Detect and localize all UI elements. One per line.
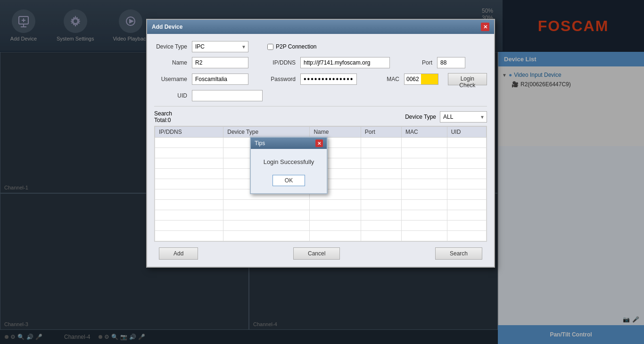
dialog-overlay: Add Device ✕ Device Type IPC NVR ▼ P2P C… (0, 0, 644, 344)
uid-input[interactable] (192, 90, 263, 101)
tips-dialog: Tips ✕ Login Successfully OK (250, 137, 328, 194)
search-header-row: Search Total:0 Device Type ALL IPC NVR ▼ (154, 110, 487, 123)
password-input[interactable] (300, 74, 357, 85)
col-device-type: Device Type (223, 127, 310, 138)
col-uid: UID (447, 127, 486, 138)
name-label: Name (154, 59, 187, 66)
tips-close-button[interactable]: ✕ (315, 139, 323, 147)
search-info: Search Total:0 (154, 110, 172, 123)
username-password-row: Username Password MAC 0062 Login Check (154, 73, 487, 85)
name-input[interactable] (192, 57, 248, 68)
device-type-filter-label: Device Type (405, 114, 436, 120)
table-row (155, 231, 487, 241)
device-type-select[interactable]: IPC NVR (192, 41, 248, 52)
username-label: Username (154, 76, 187, 82)
device-type-row: Device Type IPC NVR ▼ P2P Connection (154, 41, 487, 52)
add-button[interactable]: Add (159, 247, 198, 260)
device-type-select-wrapper: IPC NVR ▼ (192, 41, 248, 52)
uid-row: UID (154, 90, 487, 101)
tips-titlebar: Tips ✕ (251, 138, 327, 149)
cancel-button[interactable]: Cancel (293, 247, 340, 260)
tips-ok-button[interactable]: OK (272, 175, 305, 186)
p2p-checkbox[interactable] (267, 44, 273, 50)
port-input[interactable] (437, 57, 465, 68)
password-label: Password (263, 76, 296, 82)
device-type-filter-select[interactable]: ALL IPC NVR (440, 111, 487, 123)
search-button[interactable]: Search (435, 247, 482, 260)
tips-title: Tips (255, 140, 265, 147)
uid-label: UID (154, 92, 187, 99)
col-port: Port (361, 127, 401, 138)
add-device-close-button[interactable]: ✕ (481, 23, 489, 31)
login-check-button[interactable]: Login Check (448, 73, 487, 85)
table-row (155, 200, 487, 210)
col-mac: MAC (402, 127, 447, 138)
device-type-filter-wrapper: ALL IPC NVR ▼ (440, 111, 487, 123)
add-device-titlebar: Add Device ✕ (147, 20, 494, 34)
p2p-label: P2P Connection (276, 43, 317, 50)
tips-message: Login Successfully (258, 158, 320, 165)
ip-ddns-label: IP/DDNS (263, 59, 296, 66)
mac-highlight (421, 74, 438, 84)
add-device-title: Add Device (152, 24, 182, 30)
device-type-filter-row: Device Type ALL IPC NVR ▼ (405, 111, 487, 123)
device-type-label: Device Type (154, 43, 187, 50)
table-row (155, 221, 487, 231)
p2p-checkbox-row: P2P Connection (267, 43, 317, 50)
total-text: Total:0 (154, 117, 171, 123)
tips-body: Login Successfully OK (251, 149, 327, 193)
mac-prefix: 0062 (405, 76, 421, 82)
search-text: Search (154, 110, 172, 117)
port-label: Port (399, 59, 432, 66)
table-row (155, 210, 487, 221)
col-name: Name (310, 127, 361, 138)
name-ip-row: Name IP/DDNS Port (154, 57, 487, 68)
mac-field: 0062 (404, 74, 438, 85)
dialog-buttons: Add Cancel Search (154, 247, 487, 260)
ip-ddns-input[interactable] (300, 57, 390, 68)
username-input[interactable] (192, 74, 248, 85)
col-ip-ddns: IP/DDNS (155, 127, 223, 138)
mac-label: MAC (366, 76, 399, 82)
